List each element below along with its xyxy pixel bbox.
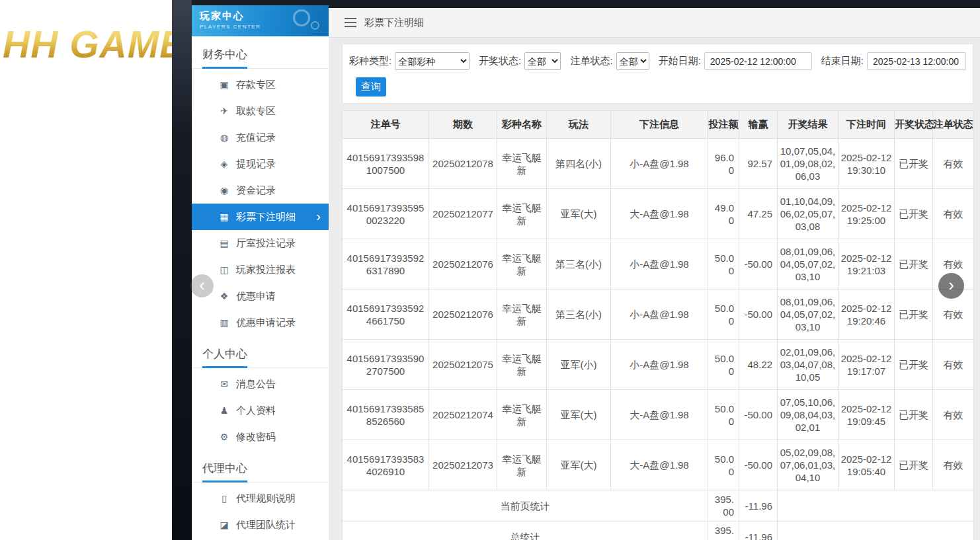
page: HH GAME 玩家中心 PLAYERS CENTER 财务中心▣存款专区✈取款… [0, 0, 980, 540]
table-cell: 401569173935924661750 [343, 289, 429, 340]
hall-bet-records-icon: ▤ [218, 238, 230, 249]
content-area: 彩种类型: 全部彩种 开奖状态: 全部 注单状态: 全部 开始日期: [329, 38, 980, 540]
brand-logo: HH GAME [3, 22, 172, 66]
table-cell: 小-A盘@1.98 [611, 340, 708, 390]
sidebar-item-messages[interactable]: ✉消息公告 [192, 371, 329, 397]
sidebar-item-lottery-bet-details[interactable]: ▦彩票下注明细› [192, 204, 329, 230]
table-row: 40156917393598100750020250212078幸运飞艇新第四名… [343, 139, 974, 189]
table-cell: 亚军(小) [547, 340, 611, 390]
table-row: 40156917393585852656020250212074幸运飞艇新亚军(… [343, 390, 974, 440]
table-cell: 49.00 [708, 189, 739, 239]
table-cell: 已开奖 [895, 340, 933, 390]
table-cell: 幸运飞艇新 [497, 340, 547, 390]
promo-apply-records-icon: ▥ [218, 317, 230, 328]
table-cell: 05,02,09,08,07,06,01,03,04,10 [778, 440, 838, 490]
table-cell: 50.00 [708, 239, 739, 289]
menu-toggle-icon[interactable] [345, 18, 356, 27]
collapse-sidebar-arrow[interactable]: ‹ [190, 274, 214, 297]
funds-records-icon: ◉ [218, 185, 230, 196]
sidebar-item-label: 修改密码 [236, 431, 276, 444]
cashout-records-icon: ◈ [218, 159, 230, 169]
total-summary-winloss-total: -11.96 [739, 521, 778, 540]
table-cell: 大-A盘@1.98 [611, 189, 708, 239]
table-cell: 小-A盘@1.98 [611, 239, 708, 289]
chevron-left-icon: ‹ [199, 276, 205, 293]
sidebar-item-player-bet-report[interactable]: ◫玩家投注报表 [192, 256, 329, 283]
table-body: 40156917393598100750020250212078幸运飞艇新第四名… [343, 139, 974, 540]
table-header-row: 注单号期数彩种名称玩法下注信息投注额输赢开奖结果下注时间开奖状态注单状态 [343, 111, 974, 139]
sidebar-item-funds-records[interactable]: ◉资金记录 [192, 177, 329, 204]
table-cell: 已开奖 [895, 139, 933, 189]
table-cell: 幸运飞艇新 [497, 189, 547, 239]
page-summary-winloss-total: -11.96 [739, 490, 778, 521]
page-summary-empty [778, 490, 974, 521]
table-row: 40156917393592631789020250212076幸运飞艇新第三名… [343, 239, 974, 289]
column-header: 开奖结果 [778, 111, 838, 139]
total-summary-row: 总统计395.00-11.96 [343, 521, 974, 540]
lottery-type-select[interactable]: 全部彩种 [395, 52, 470, 70]
sidebar-item-agent-rules[interactable]: ▯代理规则说明 [192, 485, 329, 512]
lottery-type-label: 彩种类型: [349, 55, 391, 67]
sidebar-item-label: 代理规则说明 [236, 492, 296, 505]
table-cell: 08,01,09,06,04,05,07,02,03,10 [778, 289, 838, 340]
table-cell: 50.00 [708, 390, 739, 440]
table-cell: 有效 [933, 390, 974, 440]
sidebar-menu: 财务中心▣存款专区✈取款专区◍充值记录◈提现记录◉资金记录▦彩票下注明细›▤厅室… [192, 47, 329, 538]
sidebar-item-agent-team-stats[interactable]: ◪代理团队统计 [192, 512, 329, 538]
table-cell: 20250212075 [429, 340, 497, 390]
table-cell: 401569173935834026910 [343, 440, 429, 490]
table-cell: 401569173935981007500 [343, 139, 429, 189]
table-cell: 亚军(大) [547, 189, 611, 239]
sidebar-item-promo-apply-records[interactable]: ▥优惠申请记录 [192, 309, 329, 336]
sidebar-item-change-password[interactable]: ⚙修改密码 [192, 424, 329, 450]
filter-panel: 彩种类型: 全部彩种 开奖状态: 全部 注单状态: 全部 开始日期: [342, 44, 973, 104]
sidebar-item-label: 存款专区 [236, 79, 276, 91]
table-cell: 小-A盘@1.98 [611, 289, 708, 340]
order-status-select[interactable]: 全部 [616, 52, 649, 70]
table-cell: 2025-02-12 19:20:46 [838, 289, 895, 340]
table-cell: 幸运飞艇新 [497, 390, 547, 440]
table-cell: 已开奖 [895, 289, 933, 340]
table-cell: 50.00 [708, 440, 739, 490]
order-status-label: 注单状态: [570, 55, 612, 67]
end-date-input[interactable] [867, 52, 966, 70]
table-cell: 有效 [933, 189, 974, 239]
sidebar-item-profile[interactable]: ♟个人资料 [192, 397, 329, 424]
table-cell: 07,05,10,06,09,08,04,03,02,01 [778, 390, 838, 440]
table-cell: 已开奖 [895, 189, 933, 239]
draw-status-select[interactable]: 全部 [524, 52, 561, 70]
table-cell: 401569173935858526560 [343, 390, 429, 440]
table-cell: 401569173935902707500 [343, 340, 429, 390]
sidebar-item-cashout-records[interactable]: ◈提现记录 [192, 151, 329, 177]
table-cell: 2025-02-12 19:05:40 [838, 440, 895, 490]
withdraw-icon: ✈ [218, 106, 230, 116]
draw-status-label: 开奖状态: [479, 55, 521, 67]
table-cell: 亚军(大) [547, 390, 611, 440]
bubble-decoration-icon [311, 21, 319, 30]
section-title: 代理中心 [192, 461, 329, 482]
column-header: 投注额 [708, 111, 739, 139]
column-header: 彩种名称 [497, 111, 547, 139]
total-summary-empty [778, 521, 974, 540]
table-cell: 08,01,09,06,04,05,07,02,03,10 [778, 239, 838, 289]
bubble-decoration-icon [293, 9, 310, 26]
search-button[interactable]: 查询 [356, 77, 386, 96]
sidebar-item-recharge-records[interactable]: ◍充值记录 [192, 124, 329, 151]
sidebar-item-hall-bet-records[interactable]: ▤厅室投注记录 [192, 230, 329, 256]
column-header: 开奖状态 [895, 111, 933, 139]
table-cell: 亚军(大) [547, 440, 611, 490]
table-row: 40156917393595002322020250212077幸运飞艇新亚军(… [343, 189, 974, 239]
table-cell: 2025-02-12 19:17:07 [838, 340, 895, 390]
table-row: 40156917393583402691020250212073幸运飞艇新亚军(… [343, 440, 974, 490]
table-cell: 第三名(小) [547, 239, 611, 289]
start-date-input[interactable] [704, 52, 812, 70]
sidebar-item-label: 消息公告 [236, 378, 276, 391]
table-cell: 20250212073 [429, 440, 497, 490]
table-cell: 小-A盘@1.98 [611, 139, 708, 189]
table-cell: -50.00 [739, 440, 778, 490]
sidebar-item-withdraw[interactable]: ✈取款专区 [192, 98, 329, 124]
table-cell: -50.00 [739, 390, 778, 440]
expand-panel-arrow[interactable]: › [938, 273, 964, 299]
sidebar-item-deposit[interactable]: ▣存款专区 [192, 71, 329, 98]
table-cell: 50.00 [708, 340, 739, 390]
